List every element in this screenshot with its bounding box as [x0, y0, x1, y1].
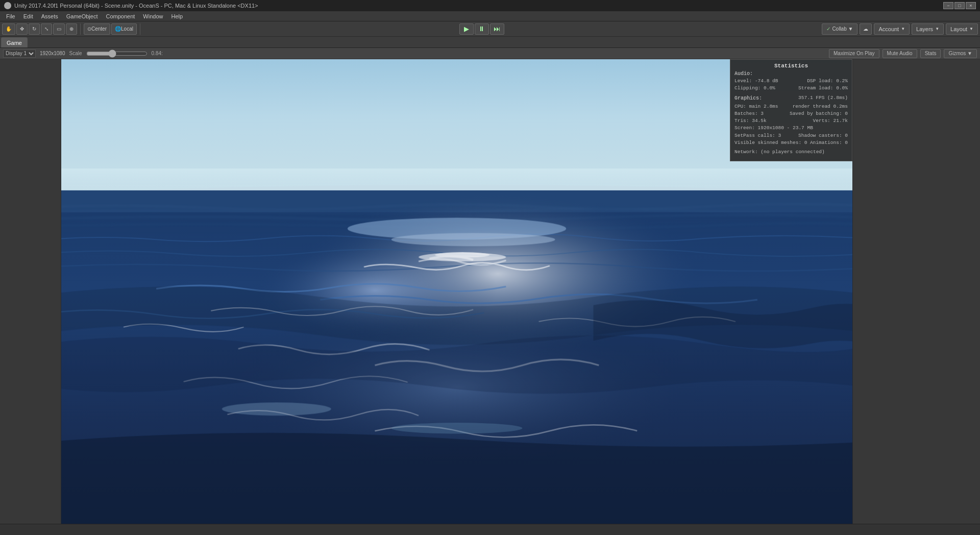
layout-button[interactable]: Layout ▼ [946, 23, 978, 35]
resolution-label: 1920x1080 [40, 51, 65, 56]
play-button[interactable]: ▶ [459, 23, 474, 35]
render-thread: render thread 0.2ms [793, 103, 848, 110]
maximize-on-play-button[interactable]: Maximize On Play [829, 49, 879, 58]
move-tool-button[interactable]: ✥ [16, 23, 28, 35]
audio-level: Level: -74.8 dB [734, 78, 778, 85]
collab-button[interactable]: ✓ Collab ▼ [822, 23, 857, 35]
minimize-button[interactable]: − [943, 2, 953, 9]
menu-edit[interactable]: Edit [19, 11, 37, 21]
tris-row: Tris: 34.5k Verts: 21.7k [734, 117, 848, 125]
rotate-tool-button[interactable]: ↻ [29, 23, 40, 35]
screen-info: Screen: 1920x1080 - 23.7 MB [734, 125, 848, 132]
step-button[interactable]: ⏭ [490, 23, 504, 35]
game-view: Statistics Audio: Level: -74.8 dB DSP lo… [61, 59, 852, 524]
menu-window[interactable]: Window [139, 11, 167, 21]
rect-tool-button[interactable]: ▭ [53, 23, 65, 35]
unity-logo-icon [4, 2, 11, 9]
setpass-row: SetPass calls: 3 Shadow casters: 0 [734, 132, 848, 139]
mute-audio-button[interactable]: Mute Audio [883, 49, 917, 58]
audio-level-row: Level: -74.8 dB DSP load: 0.2% [734, 78, 848, 85]
verts: Verts: 21.7k [813, 117, 848, 125]
batches-row: Batches: 3 Saved by batching: 0 [734, 110, 848, 117]
menu-help[interactable]: Help [167, 11, 187, 21]
cpu-main: CPU: main 2.8ms [734, 103, 778, 110]
secondary-right: Maximize On Play Mute Audio Stats Gizmos… [829, 49, 977, 58]
tab-bar: Game [0, 37, 980, 48]
layout-label: Layout [950, 26, 967, 32]
layers-label: Layers [916, 26, 933, 32]
cloud-button[interactable]: ☁ [860, 23, 872, 35]
pause-button[interactable]: ⏸ [475, 23, 489, 35]
pivot-group: ⊙ Center 🌐 Local [84, 23, 140, 35]
scale-value: 0.84: [152, 51, 163, 56]
batches: Batches: 3 [734, 110, 764, 117]
menu-component[interactable]: Component [102, 11, 139, 21]
layout-dropdown-icon: ▼ [969, 27, 973, 31]
gizmos-button[interactable]: Gizmos ▼ [944, 49, 977, 58]
main-area: Statistics Audio: Level: -74.8 dB DSP lo… [0, 59, 980, 524]
svg-point-12 [222, 402, 331, 416]
scale-tool-button[interactable]: ⤡ [41, 23, 52, 35]
svg-point-9 [391, 233, 555, 246]
title-text: Unity 2017.4.20f1 Personal (64bit) - Sce… [14, 3, 258, 9]
display-select[interactable]: Display 1 [3, 50, 36, 58]
graphics-header: Graphics: [734, 94, 762, 102]
bottom-status-bar [0, 524, 980, 535]
audio-header: Audio: [734, 71, 848, 77]
shadow-casters: Shadow casters: 0 [798, 132, 848, 139]
account-button[interactable]: Account ▼ [874, 23, 910, 35]
toolbar: ✋ ✥ ↻ ⤡ ▭ ⊕ ⊙ Center 🌐 Local ▶ ⏸ ⏭ ✓ Col… [0, 21, 980, 37]
statistics-overlay: Statistics Audio: Level: -74.8 dB DSP lo… [730, 59, 852, 161]
account-dropdown-icon: ▼ [901, 27, 905, 31]
title-bar: Unity 2017.4.20f1 Personal (64bit) - Sce… [0, 0, 980, 11]
tab-game[interactable]: Game [1, 37, 28, 47]
hand-tool-button[interactable]: ✋ [2, 23, 15, 35]
tab-game-label: Game [7, 40, 22, 46]
fps-label: 357.1 FPS (2.8ms) [798, 94, 848, 103]
left-panel [0, 59, 61, 524]
play-controls: ▶ ⏸ ⏭ [143, 23, 820, 35]
secondary-bar: Display 1 1920x1080 Scale 0.84: Maximize… [0, 48, 980, 59]
audio-clipping-row: Clipping: 0.0% Stream load: 0.0% [734, 85, 848, 92]
transform-tools-group: ✋ ✥ ↻ ⤡ ▭ ⊕ [2, 23, 81, 35]
menu-bar: File Edit Assets GameObject Component Wi… [0, 11, 980, 21]
cpu-row: CPU: main 2.8ms render thread 0.2ms [734, 103, 848, 110]
animations: Animations: 0 [810, 139, 848, 147]
graphics-header-row: Graphics: 357.1 FPS (2.8ms) [734, 94, 848, 103]
audio-dsp: DSP load: 0.2% [807, 78, 848, 85]
toolbar-right: ✓ Collab ▼ ☁ Account ▼ Layers ▼ Layout ▼ [822, 23, 978, 35]
svg-point-13 [391, 423, 523, 433]
right-panel [852, 59, 980, 524]
title-bar-left: Unity 2017.4.20f1 Personal (64bit) - Sce… [4, 2, 258, 9]
layers-button[interactable]: Layers ▼ [912, 23, 944, 35]
transform-tool-button[interactable]: ⊕ [66, 23, 77, 35]
svg-point-11 [435, 252, 489, 258]
tris: Tris: 34.5k [734, 117, 767, 125]
scale-label: Scale [69, 51, 82, 56]
menu-gameobject[interactable]: GameObject [62, 11, 102, 21]
meshes-row: Visible skinned meshes: 0 Animations: 0 [734, 139, 848, 147]
skinned-meshes: Visible skinned meshes: 0 [734, 139, 807, 147]
collab-label: Collab ▼ [832, 26, 853, 32]
network-section: Network: (no players connected) [734, 149, 848, 156]
network-label: Network: (no players connected) [734, 149, 848, 156]
layers-dropdown-icon: ▼ [935, 27, 939, 31]
window-controls: − □ × [943, 2, 976, 9]
saved-batching: Saved by batching: 0 [790, 110, 848, 117]
audio-stream: Stream load: 0.0% [798, 85, 848, 92]
account-label: Account [878, 26, 899, 32]
close-button[interactable]: × [966, 2, 976, 9]
setpass: SetPass calls: 3 [734, 132, 781, 139]
graphics-section: Graphics: 357.1 FPS (2.8ms) CPU: main 2.… [734, 94, 848, 147]
pivot-button[interactable]: ⊙ Center [84, 23, 110, 35]
audio-clipping: Clipping: 0.0% [734, 85, 775, 92]
stats-button[interactable]: Stats [920, 49, 941, 58]
stats-title: Statistics [734, 63, 848, 69]
menu-file[interactable]: File [2, 11, 19, 21]
audio-section: Audio: Level: -74.8 dB DSP load: 0.2% Cl… [734, 71, 848, 92]
scale-slider[interactable] [86, 50, 148, 58]
collab-check-icon: ✓ [826, 26, 830, 32]
maximize-button[interactable]: □ [954, 2, 965, 9]
space-button[interactable]: 🌐 Local [111, 23, 137, 35]
menu-assets[interactable]: Assets [37, 11, 62, 21]
